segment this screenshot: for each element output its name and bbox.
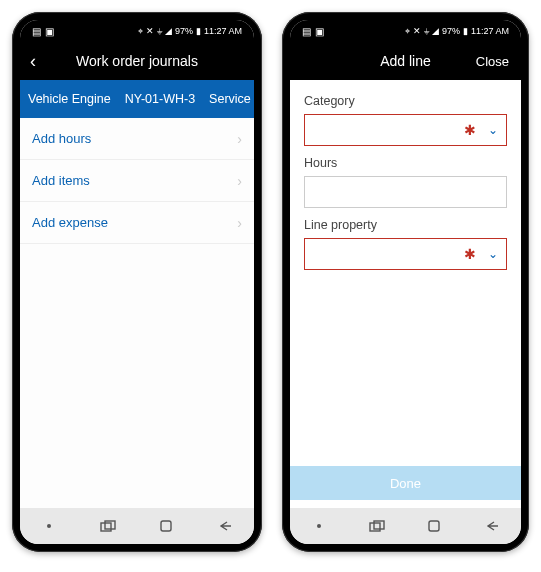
page-title: Add line (380, 53, 431, 69)
battery-icon: ▮ (463, 26, 468, 36)
signal-icon: ◢ (165, 26, 172, 36)
signal-icon: ◢ (432, 26, 439, 36)
svg-rect-4 (374, 521, 384, 529)
nav-recent-button[interactable] (362, 516, 392, 536)
status-left: ▤ ▣ (32, 26, 54, 37)
svg-rect-1 (105, 521, 115, 529)
subheader-id: NY-01-WH-3 (125, 92, 195, 106)
svg-rect-3 (370, 523, 380, 531)
bluetooth-icon: ⌖ (138, 26, 143, 37)
nav-bixby-button[interactable] (34, 516, 64, 536)
chevron-right-icon: › (237, 131, 242, 147)
nav-home-button[interactable] (151, 516, 181, 536)
list-item-add-expense[interactable]: Add expense › (20, 202, 254, 244)
notification-icon: ▣ (315, 26, 324, 37)
chevron-down-icon: ⌄ (488, 123, 498, 137)
done-label: Done (390, 476, 421, 491)
image-icon: ▤ (32, 26, 41, 37)
nav-bixby-button[interactable] (304, 516, 334, 536)
clock-text: 11:27 AM (471, 26, 509, 36)
device-left: ▤ ▣ ⌖ ✕ ⏚ ◢ 97% ▮ 11:27 AM ‹ Work order … (12, 12, 262, 552)
wifi-icon: ⏚ (157, 26, 162, 36)
mute-icon: ✕ (146, 26, 154, 36)
battery-text: 97% (175, 26, 193, 36)
nav-recent-button[interactable] (93, 516, 123, 536)
bluetooth-icon: ⌖ (405, 26, 410, 37)
battery-icon: ▮ (196, 26, 201, 36)
subheader-type: Service (209, 92, 251, 106)
list-item-add-hours[interactable]: Add hours › (20, 118, 254, 160)
android-nav-bar (20, 508, 254, 544)
svg-rect-5 (429, 521, 439, 531)
close-button[interactable]: Close (476, 54, 509, 69)
wifi-icon: ⏚ (424, 26, 429, 36)
screen-left: ▤ ▣ ⌖ ✕ ⏚ ◢ 97% ▮ 11:27 AM ‹ Work order … (20, 20, 254, 544)
line-property-label: Line property (304, 218, 507, 232)
list-item-label: Add items (32, 173, 90, 188)
battery-text: 97% (442, 26, 460, 36)
subheader-asset: Vehicle Engine (28, 92, 111, 106)
status-right: ⌖ ✕ ⏚ ◢ 97% ▮ 11:27 AM (138, 26, 242, 37)
status-bar: ▤ ▣ ⌖ ✕ ⏚ ◢ 97% ▮ 11:27 AM (20, 20, 254, 42)
chevron-right-icon: › (237, 173, 242, 189)
list-item-label: Add hours (32, 131, 91, 146)
done-button[interactable]: Done (290, 466, 521, 500)
page-title: Work order journals (76, 53, 198, 69)
svg-rect-2 (161, 521, 171, 531)
clock-text: 11:27 AM (204, 26, 242, 36)
app-title-bar: Add line Close (290, 42, 521, 80)
nav-back-button[interactable] (477, 516, 507, 536)
required-icon: ✱ (464, 246, 476, 262)
required-icon: ✱ (464, 122, 476, 138)
mute-icon: ✕ (413, 26, 421, 36)
svg-rect-0 (101, 523, 111, 531)
status-bar: ▤ ▣ ⌖ ✕ ⏚ ◢ 97% ▮ 11:27 AM (290, 20, 521, 42)
journal-list: Add hours › Add items › Add expense › (20, 118, 254, 508)
screen-right: ▤ ▣ ⌖ ✕ ⏚ ◢ 97% ▮ 11:27 AM Add line Clos… (290, 20, 521, 544)
device-right: ▤ ▣ ⌖ ✕ ⏚ ◢ 97% ▮ 11:27 AM Add line Clos… (282, 12, 529, 552)
hours-field[interactable] (304, 176, 507, 208)
category-label: Category (304, 94, 507, 108)
list-item-add-items[interactable]: Add items › (20, 160, 254, 202)
android-nav-bar (290, 508, 521, 544)
category-field[interactable]: ✱ ⌄ (304, 114, 507, 146)
chevron-right-icon: › (237, 215, 242, 231)
nav-home-button[interactable] (419, 516, 449, 536)
list-item-label: Add expense (32, 215, 108, 230)
nav-back-button[interactable] (210, 516, 240, 536)
add-line-form: Category ✱ ⌄ Hours Line property ✱ ⌄ Don… (290, 80, 521, 508)
status-right: ⌖ ✕ ⏚ ◢ 97% ▮ 11:27 AM (405, 26, 509, 37)
back-icon[interactable]: ‹ (30, 52, 36, 70)
hours-label: Hours (304, 156, 507, 170)
image-icon: ▤ (302, 26, 311, 37)
status-left: ▤ ▣ (302, 26, 324, 37)
notification-icon: ▣ (45, 26, 54, 37)
app-title-bar: ‹ Work order journals (20, 42, 254, 80)
chevron-down-icon: ⌄ (488, 247, 498, 261)
line-property-field[interactable]: ✱ ⌄ (304, 238, 507, 270)
work-order-subheader: Vehicle Engine NY-01-WH-3 Service (20, 80, 254, 118)
